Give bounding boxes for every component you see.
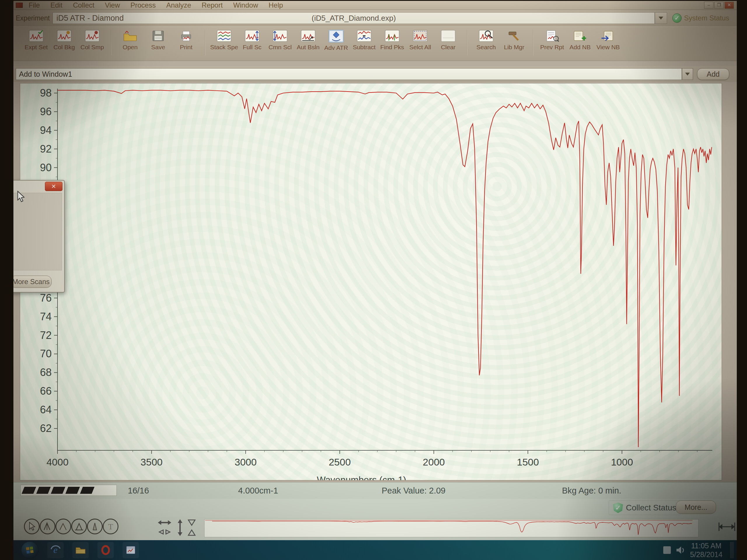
svg-text:96: 96 [40,106,52,117]
menu-process[interactable]: Process [126,1,160,10]
toolbar-button-print[interactable]: Print [172,30,200,51]
toolbar-button-view-notebook[interactable]: View NB [594,30,622,51]
toolbar-button-select-all[interactable]: Selct All [406,30,434,51]
menu-edit[interactable]: Edit [46,1,67,10]
menu-analyze[interactable]: Analyze [162,1,196,10]
chevron-down-icon [659,17,663,20]
svg-text:90: 90 [40,162,52,174]
omnic-app-icon[interactable] [123,542,139,558]
svg-text:92: 92 [40,143,52,155]
corrected-peak-area-tool[interactable] [87,518,103,534]
window-controls: – ❐ ✕ [704,2,734,9]
system-status-check-icon: ✓ [672,14,681,23]
internet-explorer-icon[interactable]: e [47,542,63,558]
corrected-peak-height-tool[interactable] [55,518,71,534]
menu-window[interactable]: Window [229,1,263,10]
menu-view[interactable]: View [100,1,125,10]
opera-browser-icon[interactable] [98,542,114,558]
monitor-screen: File Edit Collect View Process Analyze R… [14,1,737,560]
start-button[interactable] [21,541,38,559]
text-tool[interactable]: T [103,518,119,534]
save-icon [151,30,165,42]
main-toolbar: Expt Set Col Bkg Col Smp Open Save Print… [14,27,737,61]
dialog-close-button[interactable]: ✕ [45,182,62,191]
cursor-tool[interactable] [24,518,40,534]
toolbar-label: Aut Bsln [297,44,319,51]
toolbar-button-find-peaks[interactable]: Find Pks [378,30,406,51]
show-desktop-button[interactable] [729,542,734,558]
toolbar-button-full-scale[interactable]: Full Sc [238,30,266,51]
toolbar-label: Subtract [353,44,376,51]
find-peaks-icon [385,30,400,42]
toolbar-button-library-manager[interactable]: Lib Mgr [500,30,528,51]
advanced-atr-icon [329,30,344,43]
roll-zoom-icon[interactable] [187,518,196,538]
toolbar-button-expt-set[interactable]: Expt Set [22,30,50,51]
view-notebook-icon [601,30,615,42]
experiment-dropdown[interactable]: (iD5_ATR_Diamond.exp) iD5 ATR - Diamond [53,12,655,24]
expand-vertical-icon[interactable] [176,518,184,538]
toolbar-label: Expt Set [25,44,48,51]
toolbar-button-col-bkg[interactable]: Col Bkg [50,30,78,51]
maximize-button[interactable]: ❐ [714,2,724,9]
volume-icon[interactable] [675,545,686,555]
menu-file[interactable]: File [24,1,45,10]
toolbar-button-auto-baseline[interactable]: Aut Bsln [294,30,322,51]
menu-collect[interactable]: Collect [68,1,99,10]
toolbar-button-clear[interactable]: Clear [434,30,462,51]
toolbar-button-common-scale[interactable]: Cmn Scl [266,30,294,51]
full-scale-display-icon[interactable] [718,520,735,534]
scan-count: 16/16 [128,486,149,496]
add-to-window-dropdown-arrow[interactable] [682,68,693,80]
tray-chip-icon[interactable] [663,546,671,554]
collect-status-more-button[interactable]: More... [676,501,716,514]
search-icon [479,30,493,42]
expand-horizontal-icon[interactable] [157,518,172,538]
toolbar-button-subtract[interactable]: Subtract [350,30,378,51]
menu-help[interactable]: Help [264,1,287,10]
toolbar-button-open[interactable]: Open [116,30,144,51]
experiment-dropdown-arrow[interactable] [655,12,667,24]
toolbar-button-add-notebook[interactable]: Add NB [566,30,594,51]
experiment-file-title: (iD5_ATR_Diamond.exp) [53,14,654,23]
toolbar-label: Open [123,44,137,51]
toolbar-button-stack-spectra[interactable]: Stack Spe [210,30,238,51]
add-to-window-combo[interactable]: Add to Window1 [16,68,682,80]
toolbar-button-search[interactable]: Search [472,30,500,51]
clock-time: 11:05 AM [690,541,722,550]
toolbar-label: Stack Spe [210,44,238,51]
toolbar-label: Cmn Scl [268,44,291,51]
toolbar-button-preview-report[interactable]: Prev Rpt [538,30,566,51]
more-scans-button[interactable]: More Scans [14,276,52,288]
close-button[interactable]: ✕ [724,2,734,9]
spectrum-plot[interactable]: 4000350030002500200015001000989694929088… [20,83,722,480]
folder-icon[interactable] [72,542,89,558]
svg-text:64: 64 [40,404,52,416]
scan-progress-meter [20,485,117,496]
toolbar-button-save[interactable]: Save [144,30,172,51]
taskbar-clock[interactable]: 11:05 AM 5/28/2014 [690,541,722,559]
subtract-icon [357,30,371,42]
collect-status-badge: ✓ Collect Status [609,501,681,515]
svg-text:4000: 4000 [46,456,69,468]
add-notebook-icon [573,30,587,42]
toolbar-label: Adv ATR [324,44,348,51]
clock-date: 5/28/2014 [690,550,722,559]
spectrum-overview-strip[interactable] [204,519,699,537]
chevron-down-icon [685,73,690,76]
bkg-age: Bkg Age: 0 min. [562,486,621,496]
toolbar-button-advanced-atr[interactable]: Adv ATR [322,30,350,51]
add-button[interactable]: Add [697,68,729,80]
svg-text:68: 68 [40,366,52,378]
system-status[interactable]: ✓ System Status [672,14,729,23]
toolbar-label: Lib Mgr [504,44,524,51]
stack-spectra-icon [217,30,231,42]
toolbar-label: Full Sc [243,44,261,51]
menu-report[interactable]: Report [197,1,227,10]
peak-height-tool[interactable] [40,518,55,534]
toolbar-button-col-smp[interactable]: Col Smp [78,30,106,51]
svg-text:76: 76 [40,292,52,304]
collect-dialog[interactable]: ✕ More Scans [14,180,65,293]
minimize-button[interactable]: – [704,2,714,9]
peak-area-tool[interactable] [71,518,87,534]
